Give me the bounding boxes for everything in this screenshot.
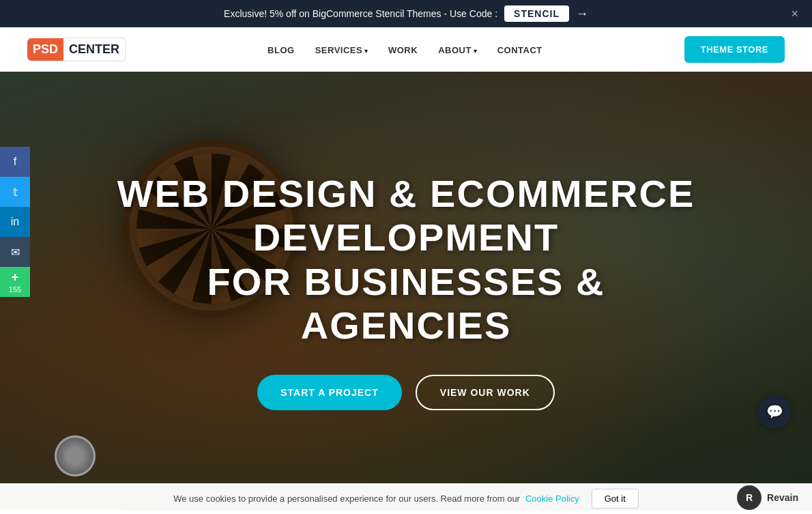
linkedin-icon: in (11, 216, 19, 228)
hero-buttons: START A PROJECT VIEW OUR WORK (116, 375, 696, 410)
logo[interactable]: PSD CENTER (27, 38, 126, 61)
hero-title: WEB DESIGN & ECOMMERCE DEVELOPMENT FOR B… (116, 172, 696, 348)
chat-icon: 💬 (766, 403, 783, 420)
social-email[interactable]: ✉ (0, 237, 30, 267)
share-count: 155 (9, 285, 21, 294)
logo-center: CENTER (63, 38, 126, 61)
social-share[interactable]: + 155 (0, 267, 30, 297)
nav-item-contact[interactable]: CONTACT (497, 44, 542, 56)
revain-widget[interactable]: R Revain (737, 485, 798, 510)
nav-item-services[interactable]: SERVICES (315, 44, 368, 56)
nav-item-blog[interactable]: BLOG (267, 44, 295, 56)
social-facebook[interactable]: f (0, 147, 30, 177)
social-twitter[interactable]: 𝕥 (0, 177, 30, 207)
announcement-text: Exclusive! 5% off on BigCommerce Stencil… (224, 8, 497, 19)
navbar: PSD CENTER BLOG SERVICES WORK ABOUT CONT… (0, 27, 812, 72)
chat-bubble[interactable]: 💬 (757, 395, 792, 429)
revain-icon: R (737, 485, 762, 510)
bottom-thumbnail (55, 436, 96, 476)
hero-title-line1: WEB DESIGN & ECOMMERCE DEVELOPMENT (117, 172, 695, 259)
cookie-accept-button[interactable]: Got it (592, 489, 639, 509)
arrow-icon: → (576, 7, 588, 21)
announcement-bar: Exclusive! 5% off on BigCommerce Stencil… (0, 0, 812, 27)
promo-code: STENCIL (504, 5, 569, 22)
revain-label: Revain (767, 492, 798, 503)
social-sidebar: f 𝕥 in ✉ + 155 (0, 147, 30, 297)
hero-title-line2: FOR BUSINESSES & AGENCIES (207, 260, 605, 347)
hero-section: f 𝕥 in ✉ + 155 WEB DESIGN & ECOMMERCE DE… (0, 72, 812, 511)
hero-content: WEB DESIGN & ECOMMERCE DEVELOPMENT FOR B… (102, 172, 710, 411)
cookie-text: We use cookies to provide a personalised… (173, 494, 520, 504)
cookie-banner: We use cookies to provide a personalised… (0, 483, 812, 514)
view-work-button[interactable]: VIEW OUR WORK (416, 375, 555, 410)
email-icon: ✉ (11, 246, 20, 259)
logo-psd: PSD (27, 38, 63, 61)
facebook-icon: f (14, 156, 16, 168)
cookie-policy-link[interactable]: Cookie Policy (525, 494, 579, 504)
social-linkedin[interactable]: in (0, 207, 30, 237)
nav-links: BLOG SERVICES WORK ABOUT CONTACT (267, 44, 542, 56)
twitter-icon: 𝕥 (13, 186, 18, 199)
nav-item-about[interactable]: ABOUT (438, 44, 477, 56)
nav-item-work[interactable]: WORK (388, 44, 418, 56)
close-announcement-icon[interactable]: × (791, 7, 798, 21)
share-plus-icon: + (12, 270, 19, 285)
start-project-button[interactable]: START A PROJECT (257, 375, 402, 410)
theme-store-button[interactable]: THEME STORE (684, 36, 785, 63)
